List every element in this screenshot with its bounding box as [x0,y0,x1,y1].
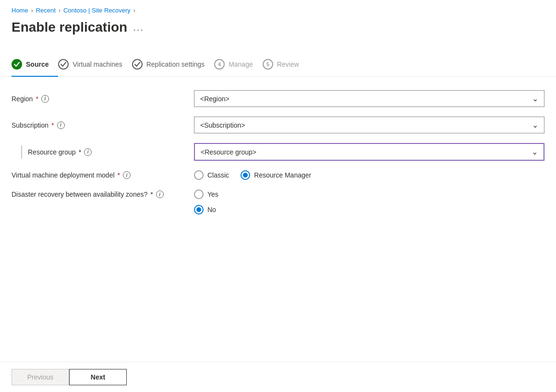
region-label: Region * i [12,95,194,103]
disaster-recovery-label-text: Disaster recovery between availability z… [12,190,147,198]
radio-no-label: No [207,206,216,214]
subscription-info-icon[interactable]: i [57,121,65,129]
tab-manage-icon: 4 [214,59,225,70]
breadcrumb-sep-2: › [59,7,60,14]
subscription-required: * [51,121,54,129]
wizard-tabs: Source Virtual machines Replication sett… [0,45,556,77]
resource-group-placeholder: <Resource group> [201,148,256,156]
disaster-recovery-control: Yes No [194,190,544,214]
breadcrumb: Home › Recent › Contoso | Site Recovery … [0,0,556,18]
region-row: Region * i <Region> ⌄ [12,90,544,107]
resource-group-info-icon[interactable]: i [84,148,92,156]
radio-yes-label: Yes [207,190,218,198]
tab-replication-label: Replication settings [146,60,205,68]
tab-review-icon: 5 [263,59,273,70]
resource-group-row: Resource group * i <Resource group> ⌄ [12,143,544,161]
resource-group-label-text: Resource group [28,148,76,156]
breadcrumb-sep-3: › [133,7,135,14]
radio-resource-manager-label: Resource Manager [254,171,311,179]
breadcrumb-home[interactable]: Home [12,7,28,14]
deployment-model-info-icon[interactable]: i [123,171,131,179]
resource-group-dropdown[interactable]: <Resource group> ⌄ [194,143,544,161]
radio-resource-manager[interactable]: Resource Manager [241,170,311,180]
subscription-label: Subscription * i [12,121,194,129]
deployment-model-label-text: Virtual machine deployment model [12,171,115,179]
resource-group-control: <Resource group> ⌄ [194,143,544,161]
deployment-model-radio-group: Classic Resource Manager [194,170,544,180]
checkmark-icon [13,61,20,68]
resource-group-chevron-icon: ⌄ [532,147,538,156]
tab-replication-settings[interactable]: Replication settings [132,54,214,76]
subscription-dropdown[interactable]: <Subscription> ⌄ [194,117,544,133]
checkmark-gray2-icon [134,61,140,67]
radio-yes-circle [194,190,204,199]
radio-yes[interactable]: Yes [194,190,544,199]
radio-classic-circle [194,170,204,180]
region-chevron-icon: ⌄ [532,94,538,103]
disaster-recovery-radio-stack: Yes No [194,190,544,214]
region-required: * [36,95,38,103]
disaster-recovery-row: Disaster recovery between availability z… [12,190,544,214]
deployment-model-control: Classic Resource Manager [194,170,544,180]
tab-review[interactable]: 5 Review [263,54,309,76]
page-header: Enable replication ... [0,18,556,45]
radio-classic[interactable]: Classic [194,170,229,180]
subscription-label-text: Subscription [12,121,48,129]
tab-manage[interactable]: 4 Manage [214,54,263,76]
form-area: Region * i <Region> ⌄ Subscription * i <… [0,77,556,238]
subscription-control: <Subscription> ⌄ [194,117,544,133]
region-placeholder: <Region> [200,95,230,103]
deployment-model-row: Virtual machine deployment model * i Cla… [12,170,544,180]
disaster-recovery-required: * [150,190,153,198]
breadcrumb-sep-1: › [31,7,33,14]
tab-review-label: Review [277,60,299,68]
region-info-icon[interactable]: i [41,95,49,103]
resource-group-indent: Resource group * i [12,145,194,159]
page-title: Enable replication [12,20,127,35]
more-options-icon[interactable]: ... [133,22,144,33]
disaster-recovery-label: Disaster recovery between availability z… [12,190,194,198]
deployment-model-label: Virtual machine deployment model * i [12,171,194,179]
checkmark-gray-icon [60,61,66,67]
tab-manage-label: Manage [229,60,253,68]
resource-group-required: * [79,148,81,156]
previous-button[interactable]: Previous [12,369,69,385]
deployment-model-required: * [118,171,120,179]
radio-no[interactable]: No [194,205,544,214]
tab-vm-label: Virtual machines [73,60,122,68]
resource-group-label: Resource group * i [28,148,92,156]
breadcrumb-recent[interactable]: Recent [36,7,56,14]
region-dropdown[interactable]: <Region> ⌄ [194,90,544,107]
footer-bar: Previous Next [0,362,556,392]
tab-source-label: Source [26,60,48,68]
radio-classic-label: Classic [207,171,229,179]
breadcrumb-contoso[interactable]: Contoso | Site Recovery [63,7,131,14]
tab-replication-icon [132,59,143,70]
indent-line [21,145,22,159]
radio-no-circle [194,205,204,214]
region-control: <Region> ⌄ [194,90,544,107]
subscription-placeholder: <Subscription> [200,121,245,129]
tab-source-icon [12,59,22,70]
tab-source[interactable]: Source [12,54,58,76]
next-button[interactable]: Next [69,369,127,385]
disaster-recovery-info-icon[interactable]: i [156,190,164,198]
tab-virtual-machines[interactable]: Virtual machines [58,54,132,76]
radio-resource-manager-circle [241,170,250,180]
region-label-text: Region [12,95,33,103]
subscription-row: Subscription * i <Subscription> ⌄ [12,117,544,133]
subscription-chevron-icon: ⌄ [532,120,538,130]
tab-vm-icon [58,59,69,70]
